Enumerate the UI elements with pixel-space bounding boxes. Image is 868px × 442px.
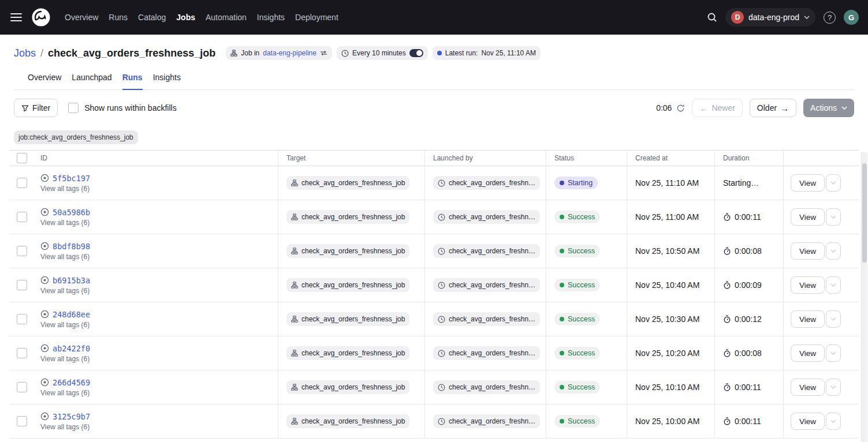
launched-by-chip[interactable]: check_avg_orders_freshn… (433, 176, 540, 190)
filter-button[interactable]: Filter (14, 99, 58, 117)
swap-icon[interactable] (320, 50, 327, 56)
nav-item-overview[interactable]: Overview (65, 13, 98, 22)
nav-item-runs[interactable]: Runs (109, 13, 128, 22)
launched-by-chip[interactable]: check_avg_orders_freshn… (433, 210, 540, 224)
row-checkbox[interactable] (17, 280, 27, 290)
launched-by-chip[interactable]: check_avg_orders_freshn… (433, 414, 540, 428)
backfills-checkbox[interactable] (68, 103, 79, 113)
launched-by-chip[interactable]: check_avg_orders_freshn… (433, 278, 540, 292)
run-id-link[interactable]: 8bdf8b98 (53, 242, 90, 251)
deployment-switcher[interactable]: D data-eng-prod (725, 8, 815, 27)
view-run-button[interactable]: View (791, 208, 825, 226)
target-chip[interactable]: check_avg_orders_freshness_job (286, 176, 409, 190)
row-checkbox[interactable] (17, 382, 27, 392)
breadcrumb-jobs-link[interactable]: Jobs (14, 47, 36, 59)
view-dropdown-button[interactable] (826, 344, 841, 362)
view-run-button[interactable]: View (791, 310, 825, 328)
view-dropdown-button[interactable] (826, 310, 841, 328)
run-id-link[interactable]: 266d4569 (53, 378, 90, 387)
status-dot-icon (560, 419, 564, 424)
target-chip[interactable]: check_avg_orders_freshness_job (286, 278, 409, 292)
page-title: check_avg_orders_freshness_job (48, 47, 215, 59)
launched-by-chip[interactable]: check_avg_orders_freshn… (433, 312, 540, 326)
view-run-button[interactable]: View (791, 344, 825, 362)
row-checkbox[interactable] (17, 314, 27, 324)
job-location-badge: Job in data-eng-pipeline (226, 46, 332, 60)
nav-item-catalog[interactable]: Catalog (138, 13, 166, 22)
nav-item-jobs[interactable]: Jobs (176, 13, 195, 22)
view-all-tags-link[interactable]: View all tags (6) (40, 355, 90, 363)
view-run-button[interactable]: View (791, 242, 825, 260)
clock-icon (438, 213, 445, 221)
view-run-button[interactable]: View (791, 276, 825, 294)
search-icon[interactable] (707, 12, 717, 23)
view-dropdown-button[interactable] (826, 276, 841, 294)
select-all-checkbox[interactable] (17, 153, 27, 163)
created-at-value: Nov 25, 10:20 AM (635, 349, 699, 358)
launched-by-chip[interactable]: check_avg_orders_freshn… (433, 346, 540, 360)
latest-run-label: Latest run: (445, 49, 478, 57)
vertical-scrollbar[interactable] (861, 152, 867, 442)
actions-button[interactable]: Actions (803, 99, 854, 117)
view-run-button[interactable]: View (791, 379, 825, 396)
help-icon[interactable]: ? (824, 12, 836, 24)
target-chip[interactable]: check_avg_orders_freshness_job (286, 312, 409, 326)
view-all-tags-link[interactable]: View all tags (6) (40, 253, 90, 261)
backfills-checkbox-row[interactable]: Show runs within backfills (68, 103, 177, 113)
run-id-link[interactable]: ab2422f0 (53, 344, 90, 353)
tab-runs[interactable]: Runs (122, 73, 143, 90)
target-chip[interactable]: check_avg_orders_freshness_job (286, 380, 409, 394)
tab-overview[interactable]: Overview (28, 73, 61, 90)
refresh-icon[interactable] (676, 104, 685, 113)
view-run-button[interactable]: View (791, 413, 825, 430)
latest-run-link[interactable]: Nov 25, 11:10 AM (481, 49, 536, 57)
chevron-down-icon (830, 317, 836, 321)
status-dot-icon (560, 181, 564, 185)
view-dropdown-button[interactable] (826, 174, 841, 192)
row-checkbox[interactable] (17, 348, 27, 358)
schedule-toggle[interactable] (409, 49, 423, 57)
run-id-link[interactable]: 5f5bc197 (53, 174, 90, 183)
run-id-link[interactable]: 50a5986b (53, 208, 90, 217)
target-chip[interactable]: check_avg_orders_freshness_job (286, 244, 409, 258)
job-icon (291, 179, 298, 186)
launched-by-chip[interactable]: check_avg_orders_freshn… (433, 244, 540, 258)
launched-by-chip[interactable]: check_avg_orders_freshn… (433, 380, 540, 394)
view-all-tags-link[interactable]: View all tags (6) (40, 219, 90, 227)
run-id-link[interactable]: 3125c9b7 (53, 412, 90, 421)
older-button[interactable]: Older → (750, 99, 796, 117)
target-chip[interactable]: check_avg_orders_freshness_job (286, 346, 409, 360)
user-avatar[interactable]: G (844, 10, 859, 25)
target-chip[interactable]: check_avg_orders_freshness_job (286, 210, 409, 224)
row-checkbox[interactable] (17, 212, 27, 222)
scrollbar-thumb[interactable] (862, 163, 867, 263)
view-all-tags-link[interactable]: View all tags (6) (40, 185, 90, 193)
view-all-tags-link[interactable]: View all tags (6) (40, 423, 90, 431)
tab-launchpad[interactable]: Launchpad (72, 73, 111, 90)
row-checkbox[interactable] (17, 416, 27, 426)
target-chip[interactable]: check_avg_orders_freshness_job (286, 414, 409, 428)
view-dropdown-button[interactable] (826, 379, 841, 396)
launched-by-label: check_avg_orders_freshn… (449, 349, 535, 357)
stopwatch-icon (723, 247, 731, 255)
view-all-tags-link[interactable]: View all tags (6) (40, 321, 90, 329)
newer-button[interactable]: ← Newer (692, 99, 742, 117)
view-dropdown-button[interactable] (826, 208, 841, 226)
view-all-tags-link[interactable]: View all tags (6) (40, 389, 90, 397)
repo-link[interactable]: data-eng-pipeline (263, 49, 316, 57)
hamburger-menu-icon[interactable] (9, 10, 23, 24)
run-id-link[interactable]: b6915b3a (53, 276, 90, 285)
row-checkbox[interactable] (17, 178, 27, 188)
nav-item-automation[interactable]: Automation (206, 13, 247, 22)
row-checkbox[interactable] (17, 246, 27, 256)
tab-insights[interactable]: Insights (153, 73, 181, 90)
nav-item-deployment[interactable]: Deployment (295, 13, 338, 22)
view-all-tags-link[interactable]: View all tags (6) (40, 287, 90, 295)
view-run-button[interactable]: View (791, 174, 825, 192)
view-dropdown-button[interactable] (826, 413, 841, 430)
backfills-checkbox-label: Show runs within backfills (84, 103, 177, 113)
nav-item-insights[interactable]: Insights (257, 13, 285, 22)
run-id-link[interactable]: 248d68ee (53, 310, 90, 319)
top-navbar: Overview Runs Catalog Jobs Automation In… (0, 0, 868, 35)
view-dropdown-button[interactable] (826, 242, 841, 260)
